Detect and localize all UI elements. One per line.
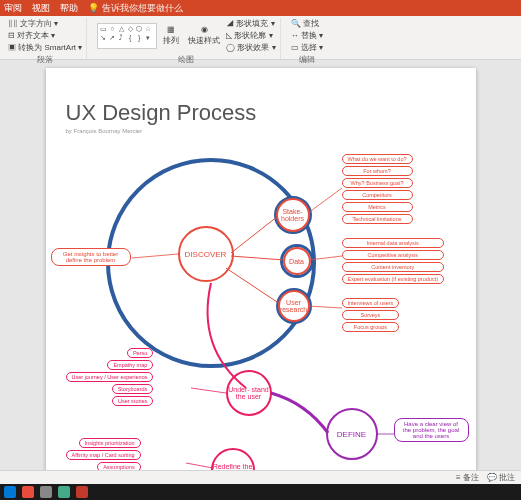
shape-style-buttons: ◢ 形状填充 ▾ ◺ 形状轮廓 ▾ ◯ 形状效果 ▾ [226, 18, 275, 53]
pill[interactable]: Content inventory [342, 262, 445, 272]
notes-button[interactable]: ≡ 备注 [456, 472, 479, 483]
arrange-label: 排列 [163, 35, 179, 46]
ribbon-group-edit: 🔍 查找 ↔ 替换 ▾ ▭ 选择 ▾ 编辑 [287, 18, 327, 59]
comments-button[interactable]: 💬 批注 [487, 472, 515, 483]
slide-title[interactable]: UX Design Process [66, 100, 456, 126]
svg-line-5 [308, 306, 342, 308]
pill[interactable]: Storyboards [112, 384, 154, 394]
svg-line-7 [191, 388, 226, 393]
pill[interactable]: Internal data analysis [342, 238, 445, 248]
slide-subtitle[interactable]: by François Bournay Mercier [66, 128, 456, 134]
pill[interactable]: Perso [127, 348, 153, 358]
lightbulb-icon: 💡 [88, 3, 99, 13]
select-button[interactable]: ▭ 选择 ▾ [291, 42, 323, 53]
align-text-button[interactable]: ⊟ 对齐文本 ▾ [8, 30, 82, 41]
text-direction-button[interactable]: ‖‖ 文字方向 ▾ [8, 18, 82, 29]
svg-line-3 [308, 188, 342, 213]
pill[interactable]: For whom? [342, 166, 413, 176]
tell-me-search[interactable]: 💡 告诉我你想要做什么 [88, 2, 183, 15]
pills-data: Internal data analysis Competitive analy… [342, 238, 445, 284]
taskbar-app-icon[interactable] [22, 486, 34, 498]
menu-review[interactable]: 审阅 [4, 2, 22, 15]
pill[interactable]: Technical limitations [342, 214, 413, 224]
menu-help[interactable]: 帮助 [60, 2, 78, 15]
group-label-drawing: 绘图 [178, 53, 194, 66]
start-icon[interactable] [4, 486, 16, 498]
slide[interactable]: UX Design Process by François Bournay Me… [46, 68, 476, 484]
convert-smartart-button[interactable]: ▣ 转换为 SmartArt ▾ [8, 42, 82, 53]
pill[interactable]: User stories [112, 396, 153, 406]
arrange-button[interactable]: ▦ 排列 [160, 23, 182, 48]
ribbon: ‖‖ 文字方向 ▾ ⊟ 对齐文本 ▾ ▣ 转换为 SmartArt ▾ 段落 ▭… [0, 16, 521, 60]
group-label-paragraph: 段落 [37, 53, 53, 66]
taskbar-app-icon[interactable] [58, 486, 70, 498]
node-userresearch[interactable]: User research [278, 290, 310, 322]
menu-view[interactable]: 视图 [32, 2, 50, 15]
pills-left1: Perso Empathy map User journey / User ex… [66, 348, 154, 406]
taskbar-app-icon[interactable] [76, 486, 88, 498]
slide-canvas[interactable]: UX Design Process by François Bournay Me… [0, 60, 521, 484]
status-bar: ≡ 备注 💬 批注 [0, 470, 521, 484]
ribbon-group-drawing: ▭○△◇⬡☆ ↘↗⤴{}▾ ▦ 排列 ◉ 快速样式 ◢ 形状填充 ▾ ◺ 形状轮… [93, 18, 280, 59]
paragraph-buttons: ‖‖ 文字方向 ▾ ⊟ 对齐文本 ▾ ▣ 转换为 SmartArt ▾ [8, 18, 82, 53]
replace-button[interactable]: ↔ 替换 ▾ [291, 30, 323, 41]
pill-clearview[interactable]: Have a clear view of the problem, the go… [394, 418, 469, 442]
node-discover[interactable]: DISCOVER [178, 226, 234, 282]
tell-me-label: 告诉我你想要做什么 [102, 2, 183, 15]
pill[interactable]: Competitors [342, 190, 413, 200]
pill[interactable]: Insights prioritization [79, 438, 141, 448]
pills-research: Interviews of users Surveys Focus groups [342, 298, 400, 332]
quickstyle-icon: ◉ [201, 25, 208, 34]
shape-fill-button[interactable]: ◢ 形状填充 ▾ [226, 18, 275, 29]
shape-outline-button[interactable]: ◺ 形状轮廓 ▾ [226, 30, 275, 41]
quickstyle-label: 快速样式 [188, 35, 220, 46]
pill-insight[interactable]: Get insights to better define the proble… [51, 248, 131, 266]
pill[interactable]: Affinity map / Card sorting [66, 450, 141, 460]
find-button[interactable]: 🔍 查找 [291, 18, 323, 29]
taskbar [0, 484, 521, 500]
pill[interactable]: Metrics [342, 202, 413, 212]
pill[interactable]: Why? Business goal? [342, 178, 413, 188]
node-understand[interactable]: Under- stand the user [226, 370, 272, 416]
diagram: DISCOVER Stake- holders Data User resear… [46, 148, 476, 484]
pills-top: What do we want to do? For whom? Why? Bu… [342, 154, 413, 224]
pill[interactable]: User journey / User experience [66, 372, 154, 382]
pill[interactable]: Interviews of users [342, 298, 400, 308]
node-data[interactable]: Data [283, 247, 311, 275]
node-define[interactable]: DEFINE [326, 408, 378, 460]
taskbar-app-icon[interactable] [40, 486, 52, 498]
group-label-edit: 编辑 [299, 53, 315, 66]
pill[interactable]: Empathy map [107, 360, 153, 370]
title-bar: 审阅 视图 帮助 💡 告诉我你想要做什么 [0, 0, 521, 16]
arrange-icon: ▦ [167, 25, 175, 34]
node-stakeholders[interactable]: Stake- holders [276, 198, 310, 232]
pill[interactable]: Focus groups [342, 322, 400, 332]
pill[interactable]: Surveys [342, 310, 400, 320]
quick-styles-button[interactable]: ◉ 快速样式 [185, 23, 223, 48]
pill[interactable]: Competitive analysis [342, 250, 445, 260]
shape-effects-button[interactable]: ◯ 形状效果 ▾ [226, 42, 275, 53]
svg-line-8 [186, 463, 213, 468]
shapes-gallery[interactable]: ▭○△◇⬡☆ ↘↗⤴{}▾ [97, 23, 157, 49]
pill[interactable]: Expert evaluation (if existing product) [342, 274, 445, 284]
pill[interactable]: What do we want to do? [342, 154, 413, 164]
edit-buttons: 🔍 查找 ↔ 替换 ▾ ▭ 选择 ▾ [291, 18, 323, 53]
ribbon-group-paragraph: ‖‖ 文字方向 ▾ ⊟ 对齐文本 ▾ ▣ 转换为 SmartArt ▾ 段落 [4, 18, 87, 59]
